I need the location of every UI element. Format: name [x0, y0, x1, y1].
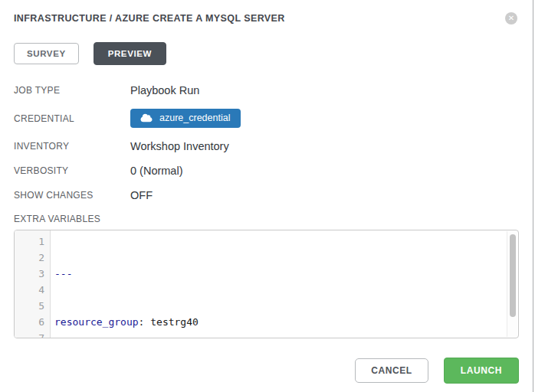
code-line: resource_group: testrg40 — [54, 314, 518, 330]
cloud-icon — [140, 113, 153, 122]
editor-code: --- resource_group: testrg40 location: e… — [51, 230, 518, 338]
modal-footer: CANCEL LAUNCH — [14, 358, 519, 384]
verbosity-value: 0 (Normal) — [130, 165, 182, 177]
line-number: 7 — [15, 330, 44, 338]
line-number: 4 — [15, 282, 44, 298]
cancel-button[interactable]: CANCEL — [355, 358, 428, 383]
detail-row-show-changes: SHOW CHANGES OFF — [14, 189, 519, 201]
job-type-value: Playbook Run — [130, 84, 199, 96]
editor-gutter: 1 2 3 4 5 6 7 — [15, 230, 51, 338]
show-changes-label: SHOW CHANGES — [14, 190, 130, 201]
editor-scrollbar[interactable] — [507, 231, 517, 337]
inventory-value: Workshop Inventory — [130, 140, 229, 152]
verbosity-label: VERBOSITY — [14, 165, 130, 176]
detail-row-verbosity: VERBOSITY 0 (Normal) — [14, 165, 519, 177]
line-number: 3 — [15, 266, 44, 282]
close-icon[interactable]: ✕ — [505, 12, 517, 24]
detail-row-credential: CREDENTIAL azure_credential — [14, 109, 519, 128]
credential-badge[interactable]: azure_credential — [130, 109, 241, 128]
tab-bar: SURVEY PREVIEW — [14, 42, 519, 65]
launch-preview-modal: INFRASTRUCTURE / AZURE CREATE A MYSQL SE… — [0, 0, 535, 384]
modal-header: INFRASTRUCTURE / AZURE CREATE A MYSQL SE… — [14, 11, 519, 24]
line-number: 5 — [15, 298, 44, 314]
modal-page: INFRASTRUCTURE / AZURE CREATE A MYSQL SE… — [0, 0, 535, 392]
job-type-label: JOB TYPE — [14, 85, 130, 96]
line-number: 1 — [15, 234, 44, 250]
launch-button[interactable]: LAUNCH — [444, 358, 519, 384]
scrollbar-thumb[interactable] — [510, 234, 516, 317]
extra-variables-editor[interactable]: 1 2 3 4 5 6 7 --- resource_group: testrg… — [14, 230, 519, 338]
line-number: 6 — [15, 314, 44, 330]
inventory-label: INVENTORY — [14, 141, 130, 152]
code-line: --- — [54, 266, 518, 282]
page-right-border — [533, 0, 533, 392]
extra-variables-label: EXTRA VARIABLES — [14, 214, 519, 224]
line-number: 2 — [15, 250, 44, 266]
tab-survey[interactable]: SURVEY — [14, 43, 79, 64]
detail-row-inventory: INVENTORY Workshop Inventory — [14, 140, 519, 152]
show-changes-value: OFF — [130, 189, 153, 201]
credential-label: CREDENTIAL — [14, 113, 130, 124]
credential-badge-label: azure_credential — [159, 113, 230, 123]
tab-preview[interactable]: PREVIEW — [94, 42, 166, 65]
modal-title: INFRASTRUCTURE / AZURE CREATE A MYSQL SE… — [14, 11, 285, 24]
job-details: JOB TYPE Playbook Run CREDENTIAL azure_c… — [14, 84, 519, 201]
detail-row-job-type: JOB TYPE Playbook Run — [14, 84, 519, 96]
